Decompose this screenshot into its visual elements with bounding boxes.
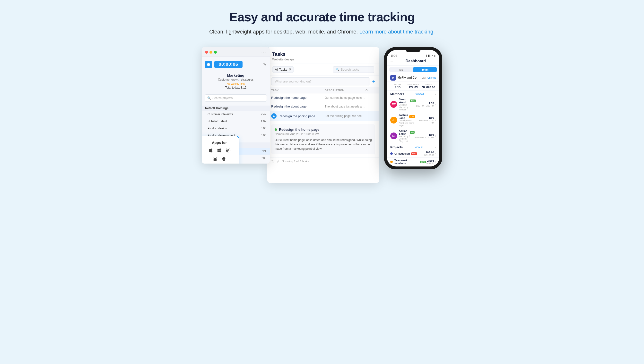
chevron-right-icon: › xyxy=(435,152,436,155)
active-project-task: Customer growth strategies xyxy=(205,78,266,81)
projects-section-header: Projects View all › xyxy=(387,144,439,150)
apps-for-box: Apps for xyxy=(202,136,239,164)
member-time-range: 9:05 PM - 10:10 PM xyxy=(414,136,434,138)
project-item[interactable]: Customer inteviews 2:42 xyxy=(202,111,270,118)
play-icon: ▶ xyxy=(273,115,275,118)
member-time: 1:10 xyxy=(416,102,434,104)
task-desc: The about page just needs a bit of makeu… xyxy=(325,105,365,108)
member-row[interactable]: AS Adrian Smith 8% Marketing / Content B… xyxy=(387,128,439,144)
project-item[interactable]: Product design 0:00 xyxy=(202,125,270,132)
project-time-block: 24:03 $499.00 xyxy=(426,159,434,164)
active-project-name: Marketing xyxy=(205,73,266,78)
task-detail-desc: Our current home page looks dated and sh… xyxy=(275,138,372,151)
member-badge: 17% xyxy=(409,115,415,118)
task-detail-panel: Redesign the home page Completed: Aug 23… xyxy=(271,124,375,154)
project-row[interactable]: UI Redesign 50% 103:00 $2,127.00 › xyxy=(387,150,439,158)
member-task: Front-end home page xyxy=(399,122,415,127)
org-change-button[interactable]: Change xyxy=(427,76,436,79)
window-menu-icon[interactable]: ··· xyxy=(261,50,266,54)
tab-team[interactable]: Team xyxy=(413,67,437,72)
expand-icon: ⇅ xyxy=(271,160,274,163)
collapse-icon: ⇄ xyxy=(277,160,280,163)
what-working-input[interactable]: What are you working on? xyxy=(271,78,370,86)
col-options: O xyxy=(365,89,375,92)
tasks-search-input[interactable]: 🔍 Search tasks xyxy=(333,66,374,73)
member-name: Adrian Smith xyxy=(399,129,408,135)
phone-status-right: ▌▌▌ ⌖ ▮ xyxy=(426,54,436,57)
search-projects-input[interactable]: 🔍 Search projects xyxy=(205,94,267,102)
phone-time: 10:30 xyxy=(391,54,397,57)
members-section-header: Members View all › xyxy=(387,91,439,96)
projects-view-all[interactable]: View all xyxy=(415,146,423,148)
task-detail-date: Completed: Aug 23, 2018 8:50 PM xyxy=(275,132,372,136)
close-button[interactable] xyxy=(205,51,208,54)
member-name-row: Joshua Long 17% xyxy=(399,114,415,120)
project-badge: 50% xyxy=(411,152,417,155)
stop-button[interactable] xyxy=(205,61,212,68)
tasks-toolbar: All Tasks ▽ 🔍 Search tasks xyxy=(267,64,379,76)
tab-me[interactable]: Me xyxy=(389,67,413,72)
task-detail-title: Redesign the home page xyxy=(279,128,319,132)
member-avatar: JL xyxy=(390,117,397,124)
member-time-block: 1:05 9:05 PM - 10:10 PM xyxy=(414,133,434,138)
phone-org-row: M McFly and Co EDT Change xyxy=(387,74,439,82)
members-view-all[interactable]: View all xyxy=(415,93,423,95)
stop-icon xyxy=(207,63,210,66)
project-row[interactable]: Teamwork sessions 13% 24:03 $499.00 › xyxy=(387,158,439,166)
project-name: Hubstaff Talent xyxy=(207,120,227,123)
tasks-window: Tasks Website design All Tasks ▽ 🔍 Searc… xyxy=(267,47,379,183)
chevron-right-icon: › xyxy=(435,160,436,164)
member-row[interactable]: SW Sarah Wood 10% Design / Marketing My … xyxy=(387,96,439,112)
task-status-dot xyxy=(275,128,277,131)
linux-icon xyxy=(221,157,227,164)
task-name: Redesign the about page xyxy=(271,104,325,108)
tasks-count: Showing 1 of 4 tasks xyxy=(282,160,309,163)
search-icon: 🔍 xyxy=(336,68,339,71)
member-info: Sarah Wood 10% Design / Marketing My tas… xyxy=(399,98,416,111)
task-row[interactable]: Redesign the home page Our current home … xyxy=(267,94,379,102)
task-row[interactable]: Redesign the about page The about page j… xyxy=(267,102,379,111)
hamburger-icon[interactable]: ☰ xyxy=(390,59,393,63)
what-working-row: What are you working on? + xyxy=(271,78,375,86)
group-header-1: Netsoft Holdings xyxy=(202,106,270,111)
tasks-subtitle: Website design xyxy=(272,58,374,61)
task-desc: Our current home page looks dated and sh… xyxy=(325,96,365,100)
task-detail-header: Redesign the home page xyxy=(275,128,372,132)
project-time: 0:00 xyxy=(261,156,266,160)
project-time: 0:21 xyxy=(261,150,266,153)
learn-more-link[interactable]: Learn more about time tracking. xyxy=(359,29,435,35)
project-time: 0:00 xyxy=(261,127,266,130)
chevron-right-icon: › xyxy=(435,146,436,149)
task-row-active[interactable]: ▶ Redesign the pricing page For the pric… xyxy=(267,111,379,121)
page-title: Easy and accurate time tracking xyxy=(229,10,415,24)
member-avatar: SW xyxy=(390,101,397,108)
minimize-button[interactable] xyxy=(209,51,212,54)
project-item[interactable]: Hubstaff Talent 1:02 xyxy=(202,118,270,125)
member-row[interactable]: JL Joshua Long 17% Development Front-end… xyxy=(387,112,439,128)
edit-icon[interactable]: ✎ xyxy=(263,62,266,67)
phone-screen: 10:30 ▌▌▌ ⌖ ▮ ☰ Dashboard Me Team M xyxy=(387,50,439,166)
member-task: Blog post xyxy=(399,140,414,142)
member-name-row: Adrian Smith 8% xyxy=(399,129,414,135)
maximize-button[interactable] xyxy=(214,51,217,54)
tasks-filter-dropdown[interactable]: All Tasks ▽ xyxy=(272,66,294,73)
signal-icon: ▌▌▌ xyxy=(426,54,431,57)
tasks-title: Tasks xyxy=(272,52,374,57)
member-time-range: 1:10 PM - 2:00 PM xyxy=(416,104,434,107)
project-group-1: Netsoft Holdings Customer inteviews 2:42… xyxy=(202,104,270,140)
search-projects-placeholder: Search projects xyxy=(212,96,233,100)
apps-icons-top-row xyxy=(205,148,234,154)
project-name: Product design xyxy=(207,127,227,130)
task-desc: For the pricing page, we need to try out… xyxy=(325,114,365,118)
project-time: 103:00 xyxy=(424,151,434,154)
member-name: Joshua Long xyxy=(399,114,408,120)
task-play-button[interactable]: ▶ xyxy=(271,113,277,119)
add-task-button[interactable]: + xyxy=(372,78,375,85)
project-info: UI Redesign 50% xyxy=(394,152,424,155)
no-limit-label: No weekly limit xyxy=(205,82,266,85)
member-time: 1:00 xyxy=(415,116,434,119)
chevron-right-icon: › xyxy=(435,103,436,106)
col-description: DESCRIPTION xyxy=(325,89,365,92)
task-name: Redesign the home page xyxy=(271,96,325,100)
member-task: My task xyxy=(399,108,416,111)
